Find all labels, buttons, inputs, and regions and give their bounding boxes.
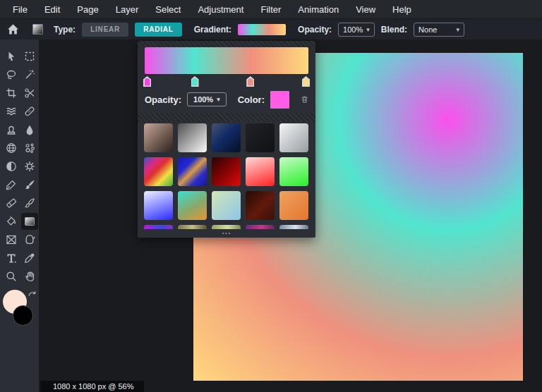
gradient-editor-preview-bar[interactable] (145, 47, 308, 74)
tool-smudge[interactable] (24, 197, 35, 209)
menu-item-filter[interactable]: Filter (252, 4, 289, 15)
background-color-swatch[interactable] (13, 305, 33, 326)
brush-icon (24, 179, 35, 190)
gradient-preview-swatch[interactable] (238, 24, 286, 35)
tool-zoom[interactable] (6, 271, 17, 282)
gradient-preset-4[interactable] (246, 123, 275, 152)
gradient-presets-grid (144, 123, 309, 229)
tool-move[interactable] (6, 51, 17, 62)
gradient-stop-4[interactable] (302, 76, 310, 87)
tool-paint-bucket[interactable] (6, 216, 17, 227)
tool-gear[interactable] (24, 161, 35, 172)
gradient-stops-track[interactable] (145, 75, 308, 87)
menu-item-edit[interactable]: Edit (36, 4, 68, 15)
gradient-preset-6[interactable] (144, 157, 173, 186)
gradient-stop-color (145, 78, 150, 86)
tool-dodge-burn[interactable] (6, 161, 17, 172)
magic-wand-icon (24, 69, 35, 80)
opacity-dropdown[interactable]: 100% ▾ (338, 23, 375, 37)
eraser-icon (6, 197, 17, 209)
tool-brush[interactable] (24, 179, 35, 190)
tool-pen[interactable] (6, 179, 17, 190)
menu-item-page[interactable]: Page (68, 4, 107, 15)
gradient-stop-2[interactable] (191, 76, 199, 87)
gradient-stop-1[interactable] (143, 76, 151, 87)
menu-item-adjustment[interactable]: Adjustment (189, 4, 252, 15)
tool-magic-wand[interactable] (24, 69, 35, 80)
chevron-down-icon: ▾ (366, 26, 370, 33)
blend-select[interactable]: None ▾ (414, 23, 464, 37)
tool-options-bar: Type: LINEAR RADIAL Gradient: Opacity: 1… (0, 18, 542, 39)
marquee-icon (24, 51, 35, 62)
tool-bubbles[interactable] (24, 142, 35, 154)
gradient-preset-19[interactable] (246, 225, 275, 229)
tool-liquify[interactable] (6, 106, 17, 117)
gradient-label: Gradient: (194, 25, 231, 35)
menu-item-animation[interactable]: Animation (289, 4, 347, 15)
tool-text[interactable] (6, 252, 17, 264)
tool-gradient[interactable] (24, 216, 35, 227)
gear-icon (24, 161, 35, 172)
more-presets-handle[interactable]: ... (138, 229, 315, 238)
tool-eraser[interactable] (6, 197, 17, 209)
gradient-preset-5[interactable] (279, 123, 308, 152)
tool-marquee[interactable] (24, 51, 35, 62)
menu-item-select[interactable]: Select (147, 4, 189, 15)
gradient-stop-color (192, 78, 198, 86)
gradient-preset-11[interactable] (144, 191, 173, 220)
gradient-preset-17[interactable] (178, 225, 207, 229)
liquify-icon (6, 106, 17, 117)
gradient-preset-15[interactable] (279, 191, 308, 220)
gradient-preset-1[interactable] (144, 123, 173, 152)
gradient-preset-20[interactable] (279, 225, 308, 229)
gradient-stop-options: Opacity: 100% ▾ Color: (145, 89, 308, 110)
menu-item-view[interactable]: View (347, 4, 384, 15)
stop-color-swatch[interactable] (270, 91, 289, 109)
gradient-preset-12[interactable] (178, 191, 207, 220)
gradient-preset-7[interactable] (178, 157, 207, 186)
bubbles-icon (24, 142, 35, 154)
menu-item-file[interactable]: File (4, 4, 36, 15)
gradient-preset-3[interactable] (212, 123, 241, 152)
gradient-preset-14[interactable] (246, 191, 275, 220)
menu-item-layer[interactable]: Layer (107, 4, 147, 15)
gradient-editor-main: Opacity: 100% ▾ Color: (138, 47, 315, 113)
swap-colors-icon[interactable] (28, 290, 37, 299)
tool-clone-stamp[interactable] (6, 124, 17, 135)
gradient-icon (24, 216, 35, 227)
gradient-preset-9[interactable] (246, 157, 275, 186)
slice-icon (24, 87, 35, 99)
tool-sphere[interactable] (6, 142, 17, 154)
tool-crop[interactable] (6, 87, 17, 99)
tool-shape[interactable] (24, 234, 35, 245)
blur-icon (24, 124, 35, 135)
tool-slice[interactable] (24, 87, 35, 99)
dodge-burn-icon (6, 161, 17, 172)
tool-frame[interactable] (6, 234, 17, 245)
gradient-editor-popup: Opacity: 100% ▾ Color: ... (138, 41, 315, 238)
sphere-icon (6, 142, 17, 154)
stop-opacity-dropdown[interactable]: 100% ▾ (187, 92, 227, 106)
tool-lasso[interactable] (6, 69, 17, 80)
crop-icon (6, 87, 17, 99)
delete-stop-trash-icon[interactable] (301, 94, 308, 105)
tool-hand[interactable] (24, 271, 35, 282)
tool-blur[interactable] (24, 124, 35, 135)
smudge-icon (24, 197, 35, 209)
chevron-down-icon: ▾ (217, 96, 220, 103)
shape-icon (24, 234, 35, 245)
type-radial-button[interactable]: RADIAL (135, 23, 182, 37)
menu-item-help[interactable]: Help (384, 4, 420, 15)
home-icon[interactable] (7, 23, 19, 35)
gradient-preset-16[interactable] (144, 225, 173, 229)
opacity-value: 100% (343, 25, 363, 34)
gradient-tool-thumb-icon[interactable] (32, 24, 43, 35)
tool-heal[interactable] (24, 106, 35, 117)
gradient-stop-3[interactable] (246, 76, 254, 87)
gradient-preset-13[interactable] (212, 191, 241, 220)
gradient-preset-10[interactable] (279, 157, 308, 186)
tool-eyedropper[interactable] (24, 252, 35, 264)
gradient-preset-8[interactable] (212, 157, 241, 186)
type-linear-button[interactable]: LINEAR (82, 23, 128, 37)
gradient-preset-2[interactable] (178, 123, 207, 152)
